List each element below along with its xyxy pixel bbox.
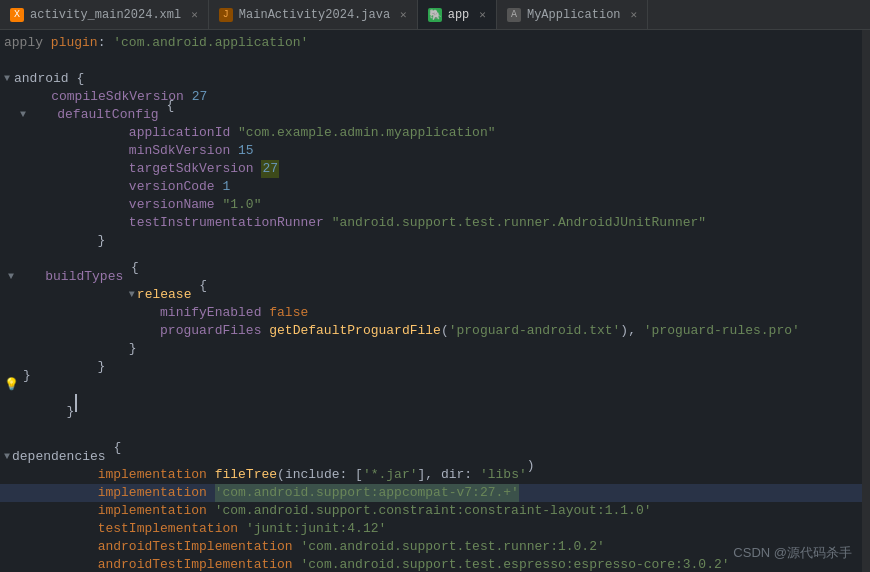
editor-area: apply plugin: 'com.android.application' … (0, 30, 870, 572)
code-line-28: testImplementation 'junit:junit:4.12' (0, 520, 862, 538)
code-line-4: compileSdkVersion 27 (0, 88, 862, 106)
gradle-file-icon: 🐘 (428, 8, 442, 22)
tab-xml-close[interactable]: ✕ (191, 8, 198, 21)
code-line-2 (0, 52, 862, 70)
code-line-25: implementation fileTree(include: ['*.jar… (0, 466, 862, 484)
code-line-14: ▼ buildTypes { (0, 268, 862, 286)
tab-gradle-label: app (448, 8, 470, 22)
code-line-20: 💡} (0, 376, 862, 394)
tab-gradle-close[interactable]: ✕ (479, 8, 486, 21)
code-line-8: targetSdkVersion 27 (0, 160, 862, 178)
code-line-26: implementation 'com.android.support:appc… (0, 484, 862, 502)
tab-app[interactable]: A MyApplication ✕ (497, 0, 648, 29)
tab-java[interactable]: J MainActivity2024.java ✕ (209, 0, 418, 29)
code-line-3: ▼android { (0, 70, 862, 88)
vertical-scrollbar[interactable] (862, 30, 870, 572)
code-line-27: implementation 'com.android.support.cons… (0, 502, 862, 520)
tab-xml[interactable]: X activity_main2024.xml ✕ (0, 0, 209, 29)
watermark: CSDN @源代码杀手 (733, 544, 852, 562)
tab-java-close[interactable]: ✕ (400, 8, 407, 21)
xml-file-icon: X (10, 8, 24, 22)
tab-app-close[interactable]: ✕ (631, 8, 638, 21)
code-line-12: } (0, 232, 862, 250)
ide-window: X activity_main2024.xml ✕ J MainActivity… (0, 0, 870, 572)
code-line-5: ▼ defaultConfig { (0, 106, 862, 124)
code-line-21: } (0, 394, 862, 412)
code-line-6: applicationId "com.example.admin.myappli… (0, 124, 862, 142)
tab-app-label: MyApplication (527, 8, 621, 22)
code-line-22 (0, 412, 862, 430)
code-line-11: testInstrumentationRunner "android.suppo… (0, 214, 862, 232)
tab-java-label: MainActivity2024.java (239, 8, 390, 22)
tab-bar: X activity_main2024.xml ✕ J MainActivity… (0, 0, 870, 30)
tab-xml-label: activity_main2024.xml (30, 8, 181, 22)
code-line-24: ▼dependencies { (0, 448, 862, 466)
code-line-10: versionName "1.0" (0, 196, 862, 214)
java-file-icon: J (219, 8, 233, 22)
code-line-9: versionCode 1 (0, 178, 862, 196)
code-line-1: apply plugin: 'com.android.application' (0, 34, 862, 52)
code-line-7: minSdkVersion 15 (0, 142, 862, 160)
code-line-18: } (0, 340, 862, 358)
code-editor[interactable]: apply plugin: 'com.android.application' … (0, 30, 862, 572)
tab-gradle[interactable]: 🐘 app ✕ (418, 0, 497, 29)
app-file-icon: A (507, 8, 521, 22)
